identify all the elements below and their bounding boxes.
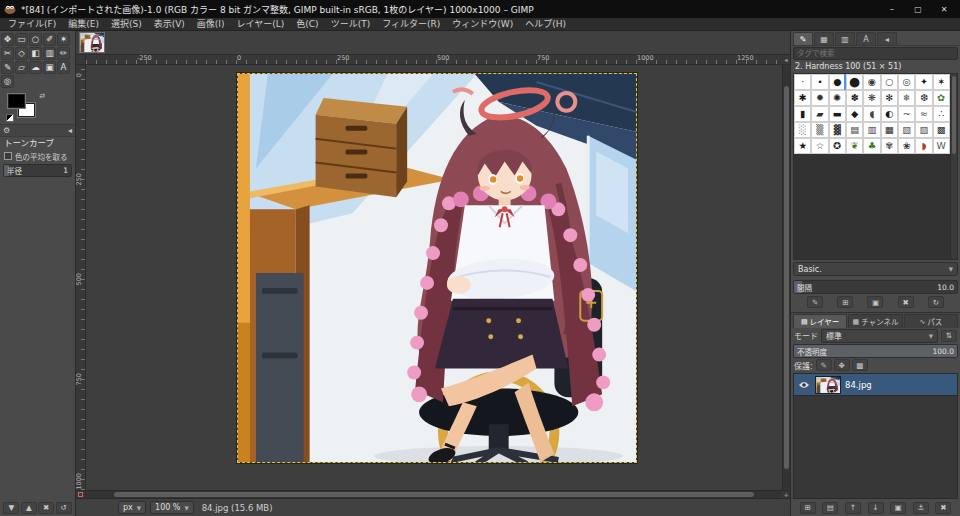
swap-colors-icon[interactable]: ⇄: [39, 92, 45, 100]
crop-tool[interactable]: ✂: [1, 47, 14, 60]
menu-item[interactable]: 編集(E): [62, 18, 105, 31]
eraser-tool[interactable]: ▱: [15, 61, 28, 74]
menu-item[interactable]: レイヤー(L): [231, 18, 291, 31]
delete-brush-button[interactable]: ✖: [898, 296, 914, 308]
maximize-button[interactable]: ▢: [906, 2, 930, 16]
fuzzy-select-tool[interactable]: ✶: [57, 33, 70, 46]
brush-item[interactable]: ✹: [811, 90, 828, 106]
pencil-tool[interactable]: ✏: [57, 47, 70, 60]
canvas-menu-button[interactable]: ◂: [782, 55, 790, 65]
brush-item[interactable]: ~: [898, 106, 915, 122]
duplicate-layer-button[interactable]: ▣: [890, 502, 906, 514]
horizontal-scrollbar[interactable]: [86, 490, 782, 498]
text-tool[interactable]: A: [57, 61, 70, 74]
delete-tool-preset-button[interactable]: ✖: [38, 502, 54, 514]
horizontal-ruler[interactable]: -250025050075010001250: [86, 55, 782, 65]
lock-alpha-button[interactable]: ▩: [852, 359, 868, 371]
vertical-scrollbar[interactable]: [782, 65, 790, 490]
menu-item[interactable]: ツール(T): [325, 18, 377, 31]
anchor-layer-button[interactable]: ⚓: [913, 502, 929, 514]
brush-item[interactable]: ✦: [915, 74, 932, 90]
brush-item[interactable]: ▮: [794, 106, 811, 122]
refresh-brushes-button[interactable]: ↻: [928, 296, 944, 308]
brush-item[interactable]: ✿: [933, 90, 950, 106]
lower-layer-button[interactable]: ↓: [868, 502, 884, 514]
brush-item[interactable]: ▬: [829, 106, 846, 122]
sample-average-checkbox[interactable]: [4, 152, 12, 160]
fonts-tab[interactable]: A: [856, 32, 876, 45]
brush-item[interactable]: ❆: [915, 90, 932, 106]
brush-item[interactable]: ✾: [881, 138, 898, 154]
menu-item[interactable]: ヘルプ(H): [519, 18, 572, 31]
zoom-tool[interactable]: ◎: [1, 75, 14, 88]
gradient-tool[interactable]: ▥: [43, 47, 56, 60]
brush-item[interactable]: ⬤: [846, 74, 863, 90]
move-tool[interactable]: ✥: [1, 33, 14, 46]
menu-item[interactable]: フィルター(R): [376, 18, 446, 31]
rectangle-select-tool[interactable]: ▭: [15, 33, 28, 46]
dock-menu-button[interactable]: ◂: [877, 32, 897, 45]
ruler-origin[interactable]: [76, 55, 86, 65]
brush-item[interactable]: ▩: [933, 122, 950, 138]
patterns-tab[interactable]: ▦: [814, 32, 834, 45]
brush-item[interactable]: ◎: [898, 74, 915, 90]
brush-item[interactable]: ❀: [898, 138, 915, 154]
foreground-color-swatch[interactable]: [8, 94, 25, 108]
brush-item[interactable]: ☆: [811, 138, 828, 154]
brush-item[interactable]: ★: [794, 138, 811, 154]
menu-item[interactable]: 色(C): [290, 18, 324, 31]
menu-item[interactable]: ファイル(F): [2, 18, 62, 31]
reset-tool-options-button[interactable]: ↺: [56, 502, 72, 514]
layer-row[interactable]: 84.jpg: [794, 374, 957, 396]
brush-item[interactable]: ✶: [933, 74, 950, 90]
airbrush-tool[interactable]: ☁: [29, 61, 42, 74]
restore-tool-preset-button[interactable]: ▲: [21, 502, 37, 514]
new-layer-button[interactable]: ⊞: [800, 502, 816, 514]
save-tool-preset-button[interactable]: ▼: [3, 502, 19, 514]
close-button[interactable]: ✕: [932, 2, 956, 16]
vertical-ruler[interactable]: 02505007501000: [76, 65, 86, 490]
minimize-button[interactable]: –: [880, 2, 904, 16]
layer-visibility-toggle[interactable]: [797, 378, 811, 392]
image-tab[interactable]: [79, 32, 105, 53]
brush-scrollbar-thumb[interactable]: [952, 76, 956, 154]
brush-item[interactable]: ◖: [863, 106, 880, 122]
lock-pixels-button[interactable]: ✎: [816, 359, 832, 371]
unit-select[interactable]: px▼: [118, 501, 146, 514]
brush-item[interactable]: ▨: [915, 122, 932, 138]
brush-item[interactable]: ❄: [898, 90, 915, 106]
brush-item[interactable]: ▦: [881, 122, 898, 138]
bucket-fill-tool[interactable]: ◧: [29, 47, 42, 60]
horizontal-scrollbar-thumb[interactable]: [114, 492, 754, 497]
mode-switch-button[interactable]: ⇅: [941, 330, 957, 342]
duplicate-brush-button[interactable]: ▣: [867, 296, 883, 308]
brush-item[interactable]: ◆: [846, 106, 863, 122]
ellipse-select-tool[interactable]: ○: [29, 33, 42, 46]
brush-item[interactable]: ○: [881, 74, 898, 90]
brushes-tab[interactable]: ✎: [793, 32, 813, 45]
brush-item[interactable]: •: [811, 74, 828, 90]
brush-item[interactable]: ·: [794, 74, 811, 90]
brush-item[interactable]: ✱: [794, 90, 811, 106]
navigation-button[interactable]: ✛: [782, 490, 790, 498]
vertical-scrollbar-thumb[interactable]: [784, 86, 789, 469]
delete-layer-button[interactable]: ✖: [935, 502, 951, 514]
opacity-slider[interactable]: 不透明度 100.0: [793, 344, 958, 358]
layer-mode-select[interactable]: 標準▼: [821, 329, 938, 343]
brush-item[interactable]: ◗: [915, 138, 932, 154]
transform-tool[interactable]: ◇: [15, 47, 28, 60]
brush-item[interactable]: ✺: [829, 90, 846, 106]
brush-item[interactable]: ◉: [863, 74, 880, 90]
free-select-tool[interactable]: ✐: [43, 33, 56, 46]
brush-item[interactable]: W: [933, 138, 950, 154]
tool-options-tab-icon[interactable]: ⚙: [3, 126, 10, 135]
edit-brush-button[interactable]: ✎: [807, 296, 823, 308]
brush-item[interactable]: ✽: [846, 90, 863, 106]
quick-mask-toggle[interactable]: [76, 490, 86, 498]
menu-item[interactable]: 表示(V): [148, 18, 191, 31]
zoom-select[interactable]: 100 %▼: [150, 501, 194, 514]
raise-layer-button[interactable]: ↑: [845, 502, 861, 514]
brush-item[interactable]: ✪: [829, 138, 846, 154]
default-colors-icon[interactable]: [6, 114, 14, 122]
menu-item[interactable]: 画像(I): [191, 18, 231, 31]
